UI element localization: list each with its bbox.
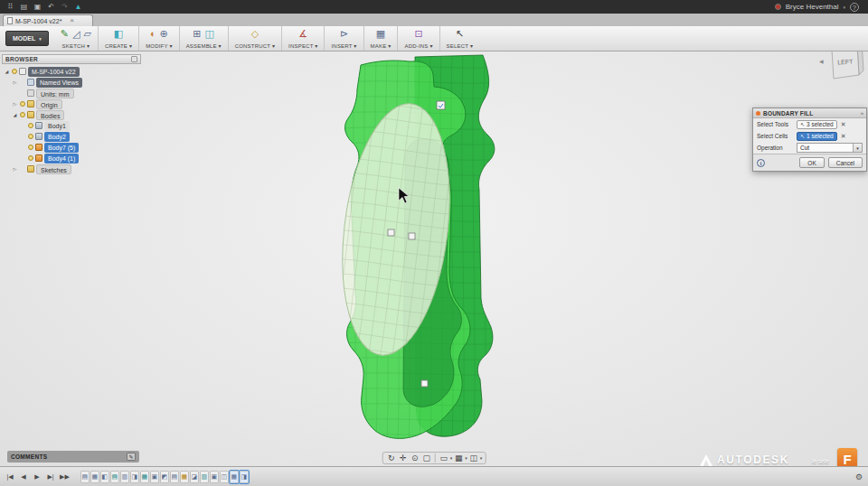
toolbar-group-make[interactable]: ▦MAKE ▾: [363, 26, 398, 51]
select-cells-chip[interactable]: ↖ 1 selected: [797, 132, 837, 141]
browser-options-icon[interactable]: [131, 56, 137, 62]
timeline-feature-12[interactable]: ◪: [190, 471, 199, 483]
visibility-bulb-icon[interactable]: [20, 112, 25, 117]
fit-icon[interactable]: ▢: [421, 453, 432, 463]
tree-expand-icon[interactable]: ▷: [12, 166, 18, 172]
timeline-feature-6[interactable]: ◨: [130, 471, 139, 483]
toolbar-group-add-ins[interactable]: ⊡ADD-INS ▾: [397, 26, 439, 51]
timeline-feature-3[interactable]: ◧: [100, 471, 109, 483]
timeline-feature-17[interactable]: ◨: [240, 471, 249, 483]
tree-item-sketches[interactable]: ▷Sketches: [2, 164, 141, 174]
tree-item-body7-5-[interactable]: Body7 (5): [2, 142, 141, 153]
create-sketch-icon[interactable]: ✎: [61, 29, 69, 39]
tree-expand-icon[interactable]: ▷: [12, 101, 18, 107]
zoom-icon[interactable]: ⊙: [410, 453, 420, 463]
tree-item-named-views[interactable]: ▷Named Views: [2, 77, 141, 88]
timeline-feature-10[interactable]: ▤: [170, 471, 179, 483]
timeline-feature-13[interactable]: ▥: [200, 471, 209, 483]
tree-item-m-sp-1004-v22[interactable]: ◢M-SP-1004 v22: [2, 66, 141, 77]
cancel-button[interactable]: Cancel: [828, 157, 863, 168]
redo-icon[interactable]: ↷: [58, 0, 71, 14]
account-caret-icon[interactable]: ▾: [843, 5, 845, 10]
timeline-feature-2[interactable]: ▦: [90, 471, 99, 483]
toolbar-group-assemble[interactable]: ⊞◫ASSEMBLE ▾: [179, 26, 228, 51]
dialog-collapse-icon[interactable]: »: [861, 110, 863, 116]
toolbar-group-sketch[interactable]: ✎◿▱SKETCH ▾: [54, 26, 98, 51]
toolbar-group-inspect[interactable]: ∡INSPECT ▾: [281, 26, 324, 51]
visibility-bulb-icon[interactable]: [28, 145, 33, 150]
timeline-feature-5[interactable]: ▥: [120, 471, 129, 483]
combine-icon[interactable]: ⊕: [160, 29, 168, 39]
visibility-bulb-icon[interactable]: [20, 101, 25, 107]
tree-expand-icon[interactable]: ◢: [4, 69, 10, 74]
comments-bar[interactable]: COMMENTS ✎: [7, 451, 139, 463]
timeline-feature-11[interactable]: ▦: [180, 471, 189, 483]
pan-icon[interactable]: ✛: [398, 453, 409, 463]
measure-icon[interactable]: ∡: [298, 29, 307, 39]
insert-icon[interactable]: ⊳: [340, 29, 348, 39]
tree-item-units-mm[interactable]: Units: mm: [2, 88, 141, 98]
timeline-feature-15[interactable]: ◫: [220, 471, 229, 483]
account-name[interactable]: Bryce Heventhal: [786, 3, 839, 11]
toolbar-group-insert[interactable]: ⊳INSERT ▾: [324, 26, 363, 51]
timeline-feature-14[interactable]: ▣: [210, 471, 219, 483]
timeline-feature-7[interactable]: ▦: [140, 471, 149, 483]
new-component-icon[interactable]: ⊞: [193, 29, 201, 39]
tree-item-body4-1-[interactable]: Body4 (1): [2, 153, 141, 164]
info-icon[interactable]: i: [757, 159, 765, 167]
make-icon[interactable]: ▦: [376, 29, 385, 39]
upload-icon[interactable]: ▲: [71, 0, 85, 14]
step-forward-button[interactable]: ▶|: [46, 473, 55, 481]
display-settings-dropdown[interactable]: ▭▾: [439, 453, 453, 463]
timeline-feature-8[interactable]: ▣: [150, 471, 159, 483]
go-to-start-button[interactable]: |◀: [5, 473, 14, 481]
visibility-bulb-icon[interactable]: [28, 155, 33, 161]
tree-expand-icon[interactable]: ◢: [12, 112, 18, 117]
ok-button[interactable]: OK: [799, 157, 824, 168]
play-button[interactable]: ▶: [33, 473, 42, 481]
sketch-rect-icon[interactable]: ▱: [83, 29, 90, 39]
undo-icon[interactable]: ↶: [44, 0, 58, 14]
toolbar-group-create[interactable]: ◧CREATE ▾: [98, 26, 138, 51]
viewports-dropdown[interactable]: ◫▾: [468, 453, 483, 463]
timeline-feature-9[interactable]: ◩: [160, 471, 169, 483]
tree-expand-icon[interactable]: ▷: [12, 79, 18, 85]
extrude-icon[interactable]: ◧: [114, 29, 123, 39]
timeline-feature-1[interactable]: ▤: [80, 471, 90, 483]
toolbar-group-modify[interactable]: ◐⊕MODIFY ▾: [138, 26, 179, 51]
toolbar-group-construct[interactable]: ◇CONSTRUCT ▾: [228, 26, 281, 51]
visibility-bulb-icon[interactable]: [28, 134, 33, 139]
step-back-button[interactable]: ◀: [19, 473, 28, 481]
browser-header[interactable]: BROWSER: [2, 54, 141, 64]
document-tab[interactable]: M-SP-1004 v22* ×: [3, 14, 93, 26]
tree-item-origin[interactable]: ▷Origin: [2, 98, 141, 109]
select-tools-chip[interactable]: ↖ 3 selected: [797, 120, 837, 129]
gear-icon[interactable]: ⚙: [855, 472, 863, 481]
tab-close-icon[interactable]: ×: [70, 17, 74, 24]
dialog-header[interactable]: BOUNDARY FILL »: [753, 108, 866, 118]
operation-dropdown[interactable]: Cut ▾: [797, 143, 863, 153]
workspace-switcher[interactable]: MODEL ▾: [5, 31, 49, 46]
rotate-left-arrow-icon[interactable]: ◀: [819, 58, 824, 64]
clear-selection-icon[interactable]: ✕: [841, 133, 846, 140]
visibility-bulb-icon[interactable]: [28, 123, 33, 128]
comments-expand-icon[interactable]: ✎: [127, 453, 136, 461]
add-ins-icon[interactable]: ⊡: [414, 29, 422, 39]
select-cursor-icon[interactable]: ↖: [456, 29, 464, 39]
apps-grid-icon[interactable]: ⠿: [4, 0, 17, 14]
help-icon[interactable]: ?: [850, 3, 859, 12]
construction-plane-icon[interactable]: ◇: [251, 29, 259, 39]
toolbar-group-select[interactable]: ↖SELECT ▾: [439, 26, 480, 51]
clear-selection-icon[interactable]: ✕: [841, 121, 846, 128]
timeline-feature-4[interactable]: ▤: [110, 471, 119, 483]
sketch-line-icon[interactable]: ◿: [72, 29, 80, 39]
tree-item-bodies[interactable]: ◢Bodies: [2, 109, 141, 120]
go-to-end-button[interactable]: ▶▶: [60, 473, 70, 481]
record-icon[interactable]: [775, 4, 781, 10]
orbit-icon[interactable]: ↻: [386, 453, 397, 463]
visibility-bulb-icon[interactable]: [12, 69, 17, 74]
timeline-feature-16[interactable]: ▦: [230, 471, 239, 483]
tree-item-body2[interactable]: Body2: [2, 131, 141, 142]
tree-item-body1[interactable]: Body1: [2, 120, 141, 131]
new-document-icon[interactable]: ▤: [17, 0, 31, 14]
